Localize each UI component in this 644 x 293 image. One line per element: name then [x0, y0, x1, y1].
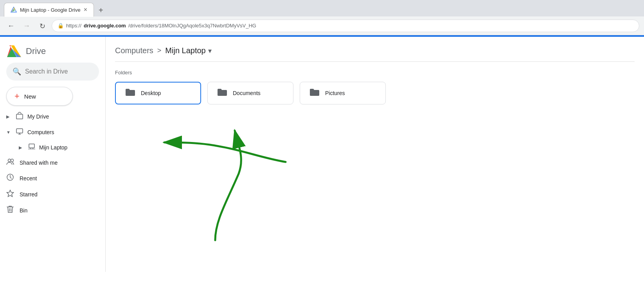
tab-close-button[interactable]: × [84, 6, 87, 13]
mijn-laptop-expand-icon[interactable]: ▶ [19, 145, 24, 150]
shared-icon [6, 158, 14, 167]
folder-card-documents[interactable]: Documents [207, 82, 293, 104]
search-icon: 🔍 [13, 67, 21, 76]
svg-marker-15 [7, 190, 14, 197]
computers-icon [16, 128, 23, 137]
new-tab-button[interactable]: + [95, 4, 106, 16]
back-button[interactable]: ← [5, 20, 17, 32]
computers-label: Computers [27, 129, 54, 135]
my-drive-icon [16, 112, 23, 121]
recent-icon [6, 173, 14, 183]
desktop-folder-name: Desktop [141, 90, 161, 96]
breadcrumb-current-label: Mijn Laptop [165, 46, 205, 55]
url-domain: drive.google.com [84, 23, 126, 29]
folder-card-desktop[interactable]: Desktop [115, 82, 201, 104]
address-bar[interactable]: 🔒 https://drive.google.com/drive/folders… [52, 20, 639, 32]
documents-folder-icon [217, 88, 227, 98]
drive-favicon-icon [11, 7, 17, 13]
sidebar-item-shared[interactable]: Shared with me [0, 155, 99, 170]
pictures-folder-name: Pictures [325, 90, 345, 96]
browser-tab-bar: Mijn Laptop - Google Drive × + [0, 0, 644, 16]
url-prefix: https:// [66, 23, 81, 29]
svg-point-13 [11, 159, 14, 162]
pictures-folder-icon [309, 88, 320, 98]
sidebar-item-computers[interactable]: ▼ Computers [0, 124, 99, 140]
svg-rect-11 [29, 144, 34, 148]
tab-title: Mijn Laptop - Google Drive [20, 7, 81, 13]
new-button[interactable]: + New [6, 87, 73, 106]
search-input[interactable] [25, 68, 103, 75]
mijn-laptop-label: Mijn Laptop [39, 144, 67, 151]
new-plus-icon: + [14, 92, 20, 101]
new-label: New [24, 93, 36, 100]
sidebar-item-bin[interactable]: Bin [0, 202, 99, 218]
svg-rect-10 [16, 129, 23, 133]
refresh-button[interactable]: ↻ [36, 20, 49, 32]
section-label: Folders [115, 68, 635, 82]
documents-folder-name: Documents [233, 90, 261, 96]
my-drive-label: My Drive [27, 113, 49, 120]
breadcrumb-parent-link[interactable]: Computers [115, 46, 153, 55]
breadcrumb-separator: > [157, 47, 162, 55]
breadcrumb-dropdown-icon[interactable]: ▾ [208, 47, 212, 55]
breadcrumb-current[interactable]: Mijn Laptop ▾ [165, 46, 211, 55]
svg-point-12 [8, 159, 11, 162]
sidebar-item-my-drive[interactable]: ▶ My Drive [0, 109, 99, 124]
starred-icon [6, 189, 14, 199]
sidebar-item-starred[interactable]: Starred [0, 186, 99, 202]
breadcrumb: Computers > Mijn Laptop ▾ [115, 37, 635, 62]
shared-label: Shared with me [20, 160, 58, 166]
url-path: /drive/folders/18MOlnJQgAqole5x3q7NwbrtD… [128, 23, 256, 29]
recent-label: Recent [20, 175, 37, 182]
main-content: Computers > Mijn Laptop ▾ Folders Deskto… [106, 37, 644, 272]
folders-grid: Desktop Documents Pictures [115, 82, 635, 112]
search-bar[interactable]: 🔍 ▼ [6, 63, 99, 81]
browser-toolbar: ← → ↻ 🔒 https://drive.google.com/drive/f… [0, 16, 644, 35]
sidebar: Drive 🔍 ▼ + New ▶ My Drive [0, 37, 106, 272]
my-drive-expand-icon[interactable]: ▶ [6, 114, 12, 119]
folder-card-pictures[interactable]: Pictures [300, 82, 386, 104]
desktop-folder-icon [125, 88, 135, 98]
sidebar-item-recent[interactable]: Recent [0, 170, 99, 186]
forward-button[interactable]: → [20, 20, 33, 32]
lock-icon: 🔒 [58, 23, 64, 29]
starred-label: Starred [20, 191, 38, 198]
bin-icon [6, 205, 14, 215]
mijn-laptop-icon [28, 143, 35, 152]
bin-label: Bin [20, 207, 27, 214]
svg-rect-9 [16, 114, 23, 119]
browser-tab[interactable]: Mijn Laptop - Google Drive × [4, 3, 94, 17]
sidebar-item-mijn-laptop[interactable]: ▶ Mijn Laptop [0, 140, 99, 155]
drive-logo-text: Drive [26, 46, 46, 56]
drive-logo-area: Drive [0, 40, 105, 61]
drive-logo-icon [6, 45, 22, 58]
computers-expand-icon[interactable]: ▼ [6, 130, 12, 135]
